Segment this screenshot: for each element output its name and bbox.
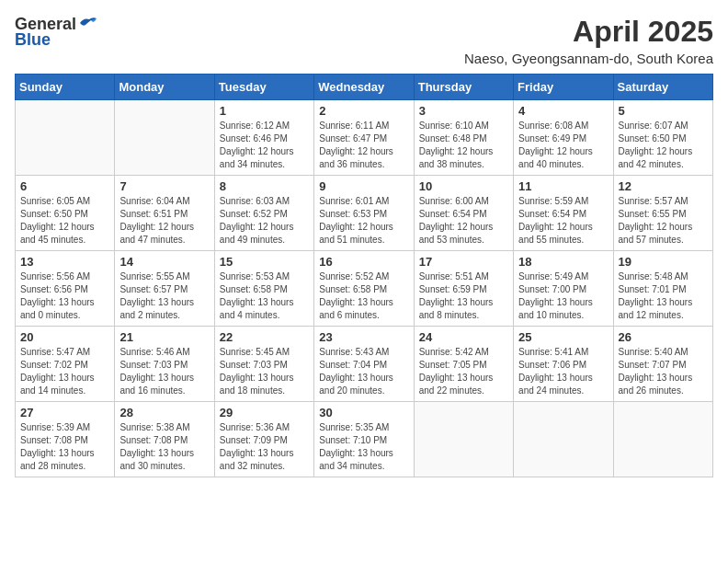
day-info: Sunrise: 5:41 AM Sunset: 7:06 PM Dayligh… [518,346,608,397]
day-number: 30 [319,406,408,419]
day-info: Sunrise: 5:59 AM Sunset: 6:54 PM Dayligh… [518,195,608,247]
calendar-cell: 26Sunrise: 5:40 AM Sunset: 7:07 PM Dayli… [613,327,712,402]
day-info: Sunrise: 5:49 AM Sunset: 7:00 PM Dayligh… [518,270,608,322]
calendar-cell: 1Sunrise: 6:12 AM Sunset: 6:46 PM Daylig… [214,100,313,176]
logo-bird-icon [78,16,98,30]
calendar-cell: 18Sunrise: 5:49 AM Sunset: 7:00 PM Dayli… [514,251,613,327]
day-number: 27 [20,406,109,419]
calendar-table: SundayMondayTuesdayWednesdayThursdayFrid… [15,74,713,477]
calendar-cell: 5Sunrise: 6:07 AM Sunset: 6:50 PM Daylig… [613,100,712,176]
calendar-week-row: 1Sunrise: 6:12 AM Sunset: 6:46 PM Daylig… [16,100,713,176]
day-number: 5 [619,104,708,118]
day-number: 15 [220,255,309,269]
calendar-cell: 10Sunrise: 6:00 AM Sunset: 6:54 PM Dayli… [414,176,513,251]
calendar-cell: 14Sunrise: 5:55 AM Sunset: 6:57 PM Dayli… [115,251,214,327]
day-info: Sunrise: 5:35 AM Sunset: 7:10 PM Dayligh… [319,421,408,473]
day-number: 25 [518,330,608,344]
calendar-cell: 11Sunrise: 5:59 AM Sunset: 6:54 PM Dayli… [514,176,613,251]
day-info: Sunrise: 5:55 AM Sunset: 6:57 PM Dayligh… [119,270,209,322]
day-info: Sunrise: 5:56 AM Sunset: 6:56 PM Dayligh… [20,270,109,322]
calendar-cell: 4Sunrise: 6:08 AM Sunset: 6:49 PM Daylig… [514,100,613,176]
logo-blue: Blue [15,30,51,50]
calendar-cell: 27Sunrise: 5:39 AM Sunset: 7:08 PM Dayli… [16,402,115,477]
calendar-header-sunday: Sunday [16,75,115,100]
calendar-cell [514,402,613,477]
day-number: 4 [518,104,608,118]
day-info: Sunrise: 6:05 AM Sunset: 6:50 PM Dayligh… [20,195,109,247]
title-area: April 2025 Naeso, Gyeongsannam-do, South… [464,15,713,66]
day-number: 18 [518,255,608,269]
calendar-cell: 24Sunrise: 5:42 AM Sunset: 7:05 PM Dayli… [414,327,513,402]
calendar-cell: 23Sunrise: 5:43 AM Sunset: 7:04 PM Dayli… [314,327,414,402]
calendar-cell: 17Sunrise: 5:51 AM Sunset: 6:59 PM Dayli… [414,251,513,327]
calendar-week-row: 13Sunrise: 5:56 AM Sunset: 6:56 PM Dayli… [16,251,713,327]
calendar-header-tuesday: Tuesday [214,75,313,100]
calendar-cell: 8Sunrise: 6:03 AM Sunset: 6:52 PM Daylig… [214,176,313,251]
day-info: Sunrise: 6:08 AM Sunset: 6:49 PM Dayligh… [518,120,608,171]
day-number: 16 [319,255,408,269]
day-info: Sunrise: 6:10 AM Sunset: 6:48 PM Dayligh… [419,120,508,171]
day-info: Sunrise: 6:00 AM Sunset: 6:54 PM Dayligh… [419,195,508,247]
calendar-cell: 22Sunrise: 5:45 AM Sunset: 7:03 PM Dayli… [214,327,313,402]
day-number: 7 [119,179,209,193]
day-number: 8 [220,179,309,193]
calendar-header-friday: Friday [514,75,613,100]
day-number: 21 [119,330,209,344]
calendar-cell: 21Sunrise: 5:46 AM Sunset: 7:03 PM Dayli… [115,327,214,402]
calendar-cell: 30Sunrise: 5:35 AM Sunset: 7:10 PM Dayli… [314,402,414,477]
day-number: 3 [419,104,508,118]
calendar-cell: 19Sunrise: 5:48 AM Sunset: 7:01 PM Dayli… [613,251,712,327]
calendar-cell: 6Sunrise: 6:05 AM Sunset: 6:50 PM Daylig… [16,176,115,251]
calendar-cell: 15Sunrise: 5:53 AM Sunset: 6:58 PM Dayli… [214,251,313,327]
day-info: Sunrise: 6:12 AM Sunset: 6:46 PM Dayligh… [220,120,309,171]
day-info: Sunrise: 5:48 AM Sunset: 7:01 PM Dayligh… [619,270,708,322]
calendar-week-row: 27Sunrise: 5:39 AM Sunset: 7:08 PM Dayli… [16,402,713,477]
calendar-cell: 13Sunrise: 5:56 AM Sunset: 6:56 PM Dayli… [16,251,115,327]
day-number: 14 [119,255,209,269]
day-info: Sunrise: 5:43 AM Sunset: 7:04 PM Dayligh… [319,346,408,397]
calendar-cell: 9Sunrise: 6:01 AM Sunset: 6:53 PM Daylig… [314,176,414,251]
calendar-cell: 12Sunrise: 5:57 AM Sunset: 6:55 PM Dayli… [613,176,712,251]
day-number: 29 [220,406,309,419]
day-info: Sunrise: 5:52 AM Sunset: 6:58 PM Dayligh… [319,270,408,322]
day-number: 26 [619,330,708,344]
day-number: 10 [419,179,508,193]
header: General Blue April 2025 Naeso, Gyeongsan… [15,15,713,66]
calendar-cell [115,100,214,176]
day-info: Sunrise: 6:01 AM Sunset: 6:53 PM Dayligh… [319,195,408,247]
day-number: 28 [119,406,209,419]
day-info: Sunrise: 5:47 AM Sunset: 7:02 PM Dayligh… [20,346,109,397]
day-info: Sunrise: 5:42 AM Sunset: 7:05 PM Dayligh… [419,346,508,397]
calendar-cell: 28Sunrise: 5:38 AM Sunset: 7:08 PM Dayli… [115,402,214,477]
calendar-cell [16,100,115,176]
day-info: Sunrise: 6:07 AM Sunset: 6:50 PM Dayligh… [619,120,708,171]
day-info: Sunrise: 5:51 AM Sunset: 6:59 PM Dayligh… [419,270,508,322]
day-info: Sunrise: 5:38 AM Sunset: 7:08 PM Dayligh… [119,421,209,473]
day-number: 17 [419,255,508,269]
day-number: 9 [319,179,408,193]
logo: General Blue [15,15,98,50]
calendar-cell: 16Sunrise: 5:52 AM Sunset: 6:58 PM Dayli… [314,251,414,327]
day-info: Sunrise: 5:46 AM Sunset: 7:03 PM Dayligh… [119,346,209,397]
calendar-cell: 7Sunrise: 6:04 AM Sunset: 6:51 PM Daylig… [115,176,214,251]
day-number: 6 [20,179,109,193]
day-number: 22 [220,330,309,344]
calendar-cell: 2Sunrise: 6:11 AM Sunset: 6:47 PM Daylig… [314,100,414,176]
day-info: Sunrise: 5:39 AM Sunset: 7:08 PM Dayligh… [20,421,109,473]
page-subtitle: Naeso, Gyeongsannam-do, South Korea [464,51,713,66]
day-number: 19 [619,255,708,269]
calendar-header-wednesday: Wednesday [314,75,414,100]
calendar-cell: 20Sunrise: 5:47 AM Sunset: 7:02 PM Dayli… [16,327,115,402]
calendar-cell: 29Sunrise: 5:36 AM Sunset: 7:09 PM Dayli… [214,402,313,477]
day-info: Sunrise: 5:36 AM Sunset: 7:09 PM Dayligh… [220,421,309,473]
day-info: Sunrise: 6:04 AM Sunset: 6:51 PM Dayligh… [119,195,209,247]
day-number: 12 [619,179,708,193]
day-number: 1 [220,104,309,118]
day-number: 23 [319,330,408,344]
calendar-header-thursday: Thursday [414,75,513,100]
day-info: Sunrise: 6:11 AM Sunset: 6:47 PM Dayligh… [319,120,408,171]
day-info: Sunrise: 5:57 AM Sunset: 6:55 PM Dayligh… [619,195,708,247]
day-number: 13 [20,255,109,269]
day-number: 24 [419,330,508,344]
calendar-cell: 3Sunrise: 6:10 AM Sunset: 6:48 PM Daylig… [414,100,513,176]
